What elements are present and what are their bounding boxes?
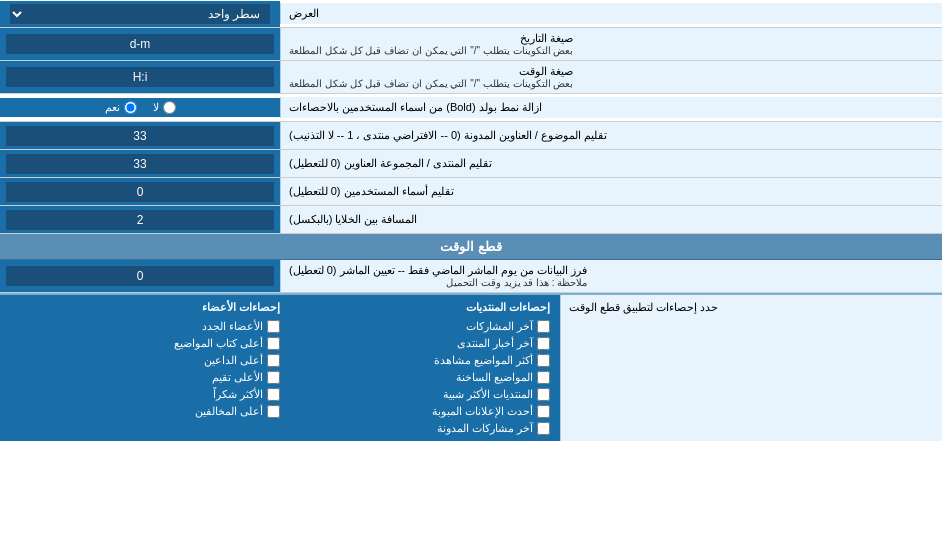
topic-title-input[interactable] bbox=[6, 126, 274, 146]
stats-section: حدد إحصاءات لتطبيق قطع الوقت إحصاءات الم… bbox=[0, 293, 942, 441]
display-control[interactable]: سطر واحد bbox=[0, 1, 280, 27]
checkbox-most-similar[interactable]: المنتديات الأكثر شبية bbox=[280, 388, 550, 401]
stats-label: حدد إحصاءات لتطبيق قطع الوقت bbox=[560, 295, 942, 441]
bold-remove-control: نعم لا bbox=[0, 98, 280, 117]
bold-remove-label: ازالة نمط بولد (Bold) من اسماء المستخدمي… bbox=[280, 97, 942, 118]
username-trim-label: تقليم أسماء المستخدمين (0 للتعطيل) bbox=[280, 178, 942, 205]
display-label: العرض bbox=[280, 3, 942, 24]
time-format-row: صيغة الوقت بعض التكوينات يتطلب "/" التي … bbox=[0, 61, 942, 94]
date-format-control bbox=[0, 28, 280, 60]
checkbox-top-violators[interactable]: أعلى المخالفين bbox=[10, 405, 280, 418]
username-trim-input[interactable] bbox=[6, 182, 274, 202]
forum-stats-header: إحصاءات المنتديات bbox=[280, 301, 550, 314]
members-stats-header: إحصاءات الأعضاء bbox=[10, 301, 280, 314]
topic-title-row: تقليم الموضوع / العناوين المدونة (0 -- ا… bbox=[0, 122, 942, 150]
time-format-control bbox=[0, 61, 280, 93]
bold-remove-yes[interactable]: نعم bbox=[105, 101, 137, 114]
display-row: العرض سطر واحد bbox=[0, 0, 942, 28]
checkbox-most-thanked[interactable]: الأكثر شكراً bbox=[10, 388, 280, 401]
checkboxes-container: إحصاءات المنتديات آخر المشاركات آخر أخبا… bbox=[0, 295, 560, 441]
topic-title-control bbox=[0, 122, 280, 149]
cell-spacing-input[interactable] bbox=[6, 210, 274, 230]
time-format-label: صيغة الوقت بعض التكوينات يتطلب "/" التي … bbox=[280, 61, 942, 93]
date-format-label: صيغة التاريخ بعض التكوينات يتطلب "/" الت… bbox=[280, 28, 942, 60]
members-stats-col: إحصاءات الأعضاء الأعضاء الجدد أعلى كتاب … bbox=[10, 301, 280, 435]
forum-stats-col: إحصاءات المنتديات آخر المشاركات آخر أخبا… bbox=[280, 301, 550, 435]
date-format-input[interactable] bbox=[6, 34, 274, 54]
checkbox-last-blog-posts[interactable]: آخر مشاركات المدونة bbox=[280, 422, 550, 435]
checkbox-last-news[interactable]: آخر أخبار المنتدى bbox=[280, 337, 550, 350]
forum-title-input[interactable] bbox=[6, 154, 274, 174]
checkbox-most-viewed[interactable]: أكثر المواضيع مشاهدة bbox=[280, 354, 550, 367]
checkbox-top-posters[interactable]: أعلى كتاب المواضيع bbox=[10, 337, 280, 350]
checkbox-top-inviters[interactable]: أعلى الداعين bbox=[10, 354, 280, 367]
bold-remove-no[interactable]: لا bbox=[153, 101, 176, 114]
checkbox-latest-classifieds[interactable]: أحدث الإعلانات المبوبة bbox=[280, 405, 550, 418]
checkbox-new-members[interactable]: الأعضاء الجدد bbox=[10, 320, 280, 333]
checkbox-top-rated[interactable]: الأعلى تقيم bbox=[10, 371, 280, 384]
bold-remove-row: ازالة نمط بولد (Bold) من اسماء المستخدمي… bbox=[0, 94, 942, 122]
time-format-input[interactable] bbox=[6, 67, 274, 87]
username-trim-control bbox=[0, 178, 280, 205]
forum-title-control bbox=[0, 150, 280, 177]
display-select[interactable]: سطر واحد bbox=[10, 4, 270, 24]
cell-spacing-control bbox=[0, 206, 280, 233]
time-cut-row: فرز البيانات من يوم الماشر الماضي فقط --… bbox=[0, 260, 942, 293]
cell-spacing-label: المسافة بين الخلايا (بالبكسل) bbox=[280, 206, 942, 233]
date-format-row: صيغة التاريخ بعض التكوينات يتطلب "/" الت… bbox=[0, 28, 942, 61]
forum-title-row: تقليم المنتدى / المجموعة العناوين (0 للت… bbox=[0, 150, 942, 178]
forum-title-label: تقليم المنتدى / المجموعة العناوين (0 للت… bbox=[280, 150, 942, 177]
time-cut-header: قطع الوقت bbox=[0, 234, 942, 260]
checkbox-last-posts[interactable]: آخر المشاركات bbox=[280, 320, 550, 333]
time-cut-input[interactable] bbox=[6, 266, 274, 286]
checkbox-hot-topics[interactable]: المواضيع الساخنة bbox=[280, 371, 550, 384]
username-trim-row: تقليم أسماء المستخدمين (0 للتعطيل) bbox=[0, 178, 942, 206]
cell-spacing-row: المسافة بين الخلايا (بالبكسل) bbox=[0, 206, 942, 234]
time-cut-control bbox=[0, 260, 280, 292]
time-cut-label: فرز البيانات من يوم الماشر الماضي فقط --… bbox=[280, 260, 942, 292]
topic-title-label: تقليم الموضوع / العناوين المدونة (0 -- ا… bbox=[280, 122, 942, 149]
